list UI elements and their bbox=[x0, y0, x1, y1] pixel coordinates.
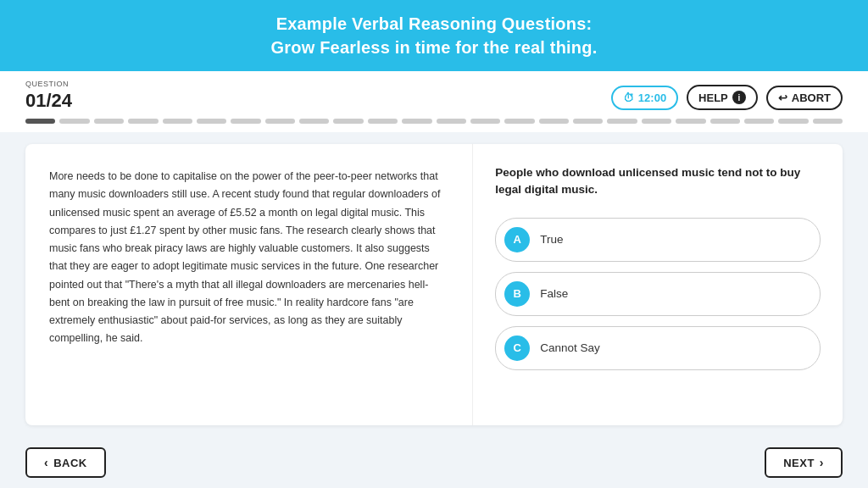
progress-segment-3 bbox=[94, 119, 124, 124]
next-chevron-icon: › bbox=[820, 456, 824, 469]
progress-segment-10 bbox=[333, 119, 363, 124]
question-bar: QUESTION 01/24 ⏱ 12:00 HELP i ↩ ABORT bbox=[0, 71, 868, 112]
progress-segment-4 bbox=[128, 119, 158, 124]
progress-segment-15 bbox=[504, 119, 534, 124]
progress-segment-12 bbox=[402, 119, 431, 124]
question-controls: ⏱ 12:00 HELP i ↩ ABORT bbox=[611, 85, 843, 110]
clock-icon: ⏱ bbox=[623, 92, 634, 104]
answer-options: ATrueBFalseCCannot Say bbox=[495, 218, 821, 370]
content-card: More needs to be done to capitalise on t… bbox=[25, 144, 843, 425]
option-label-a: True bbox=[540, 233, 563, 246]
progress-segment-17 bbox=[573, 119, 603, 124]
progress-segment-11 bbox=[368, 119, 398, 124]
option-circle-a: A bbox=[504, 227, 530, 252]
option-label-b: False bbox=[540, 287, 568, 300]
question-number: 01/24 bbox=[25, 90, 72, 112]
info-icon: i bbox=[732, 91, 746, 104]
main-content: More needs to be done to capitalise on t… bbox=[0, 132, 868, 437]
question-section: People who download unlicensed music ten… bbox=[473, 144, 843, 425]
abort-arrow-icon: ↩ bbox=[778, 92, 787, 104]
question-text: People who download unlicensed music ten… bbox=[495, 164, 821, 199]
answer-option-b[interactable]: BFalse bbox=[495, 272, 821, 316]
header-title-line2: Grow Fearless in time for the real thing… bbox=[17, 36, 851, 59]
answer-option-a[interactable]: ATrue bbox=[495, 218, 821, 262]
progress-segment-21 bbox=[710, 119, 740, 124]
progress-segment-20 bbox=[676, 119, 705, 124]
progress-segment-14 bbox=[470, 119, 500, 124]
progress-segment-8 bbox=[265, 119, 295, 124]
progress-segment-18 bbox=[607, 119, 637, 124]
progress-segment-16 bbox=[539, 119, 569, 124]
question-info: QUESTION 01/24 bbox=[25, 80, 72, 112]
back-label: BACK bbox=[53, 457, 87, 469]
page-header: Example Verbal Reasoning Questions: Grow… bbox=[0, 0, 868, 71]
progress-bar-container bbox=[0, 112, 868, 132]
help-button[interactable]: HELP i bbox=[687, 85, 758, 110]
passage-section: More needs to be done to capitalise on t… bbox=[25, 144, 473, 425]
back-button[interactable]: ‹ BACK bbox=[25, 447, 106, 478]
header-title-line1: Example Verbal Reasoning Questions: bbox=[17, 12, 851, 36]
progress-segment-23 bbox=[778, 119, 808, 124]
option-label-c: Cannot Say bbox=[540, 341, 600, 354]
progress-segment-5 bbox=[163, 119, 192, 124]
progress-segment-9 bbox=[299, 119, 329, 124]
help-label: HELP bbox=[698, 92, 728, 104]
progress-segment-24 bbox=[813, 119, 843, 124]
option-circle-c: C bbox=[504, 336, 530, 361]
progress-track bbox=[25, 119, 843, 124]
progress-segment-13 bbox=[437, 119, 466, 124]
next-label: NEXT bbox=[783, 457, 815, 469]
passage-text: More needs to be done to capitalise on t… bbox=[49, 168, 447, 348]
abort-button[interactable]: ↩ ABORT bbox=[766, 86, 843, 110]
progress-segment-1 bbox=[25, 119, 55, 124]
timer-value: 12:00 bbox=[638, 92, 666, 104]
progress-segment-22 bbox=[744, 119, 774, 124]
footer: ‹ BACK NEXT › bbox=[0, 437, 868, 488]
progress-segment-6 bbox=[197, 119, 226, 124]
answer-option-c[interactable]: CCannot Say bbox=[495, 326, 821, 370]
progress-segment-19 bbox=[642, 119, 671, 124]
next-button[interactable]: NEXT › bbox=[765, 447, 843, 478]
progress-segment-2 bbox=[59, 119, 89, 124]
question-label: QUESTION bbox=[25, 80, 72, 88]
timer-button[interactable]: ⏱ 12:00 bbox=[611, 86, 678, 110]
abort-label: ABORT bbox=[792, 92, 831, 104]
option-circle-b: B bbox=[504, 281, 530, 307]
back-chevron-icon: ‹ bbox=[44, 456, 48, 469]
progress-segment-7 bbox=[231, 119, 260, 124]
